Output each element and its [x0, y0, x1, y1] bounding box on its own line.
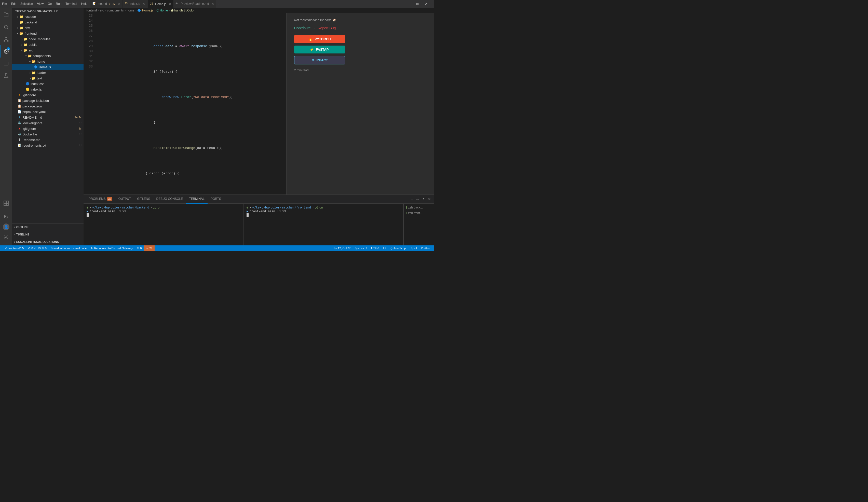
tab-debug-console[interactable]: DEBUG CONSOLE: [153, 195, 186, 203]
status-spell[interactable]: Spell: [409, 245, 419, 251]
menu-file[interactable]: File: [2, 2, 7, 6]
tab-gitlens[interactable]: GITLENS: [134, 195, 153, 203]
terminal-pane-frontend[interactable]: ⚙ › ~/text-bg-color-matcher/frontend › ⎇…: [244, 203, 403, 245]
user-avatar[interactable]: 👤: [3, 223, 9, 230]
menu-go[interactable]: Go: [48, 2, 52, 6]
tree-item-readme[interactable]: ℹ README.md 9+, M: [12, 115, 84, 120]
tab-preview-readme[interactable]: 👁 Preview Readme.md ✕: [174, 0, 216, 8]
contribute-link[interactable]: Contribute: [294, 26, 311, 30]
status-spaces[interactable]: Spaces: 2: [352, 245, 369, 251]
activity-debug[interactable]: 6: [0, 45, 12, 57]
status-warning-count[interactable]: ⚠ 29: [144, 245, 154, 251]
activity-settings[interactable]: [0, 231, 12, 243]
menu-help[interactable]: Help: [81, 2, 87, 6]
react-badge[interactable]: ⚛ REACT: [294, 56, 345, 64]
tree-item-env[interactable]: 📁 env: [12, 25, 84, 31]
terminal-pane-backend[interactable]: ⚙ › ~/text-bg-color-matcher/backend › ⎇ …: [84, 203, 244, 245]
activity-python[interactable]: Py: [0, 210, 12, 222]
tree-item-indexcss[interactable]: 🔵 index.css: [12, 81, 84, 86]
tab-indexjs[interactable]: JS index.js ✕: [123, 0, 148, 8]
activity-search[interactable]: [0, 21, 12, 33]
tab-preview-close[interactable]: ✕: [211, 2, 214, 6]
tab-homejs-close[interactable]: ✕: [169, 2, 171, 6]
tree-item-indexjs[interactable]: 🟡 index.js: [12, 86, 84, 92]
breadcrumb-home[interactable]: home: [127, 9, 134, 12]
terminal-add-button[interactable]: +: [410, 197, 414, 202]
outline-header[interactable]: OUTLINE: [12, 224, 84, 230]
tab-memd-close[interactable]: ✕: [118, 2, 120, 6]
tree-item-backend[interactable]: 📁 backend: [12, 19, 84, 25]
tree-item-dockerignore[interactable]: 🐳 .dockerignore U: [12, 120, 84, 126]
menu-terminal[interactable]: Terminal: [65, 2, 77, 6]
report-bug-link[interactable]: Report Bug: [318, 26, 336, 30]
status-sonarlint[interactable]: SonarLint focus: overall code: [49, 245, 89, 251]
breadcrumb-homejs[interactable]: 🔷 Home.js: [137, 9, 153, 12]
tree-item-components[interactable]: 📂 components: [12, 53, 84, 59]
tree-item-dockerfile[interactable]: 🐳 Dockerfile U: [12, 132, 84, 137]
menu-selection[interactable]: Selection: [20, 2, 33, 6]
tree-item-packagejson[interactable]: 📋 package.json: [12, 103, 84, 109]
status-encoding[interactable]: UTF-8: [369, 245, 381, 251]
tree-item-src[interactable]: 📂 src: [12, 48, 84, 53]
tree-item-pnpmlock[interactable]: 📄 pnpm-lock.yaml: [12, 109, 84, 115]
tree-item-loader[interactable]: 📁 loader: [12, 70, 84, 75]
session-backend[interactable]: $ zsh back...: [404, 205, 434, 210]
tree-item-gitignore2[interactable]: 🔺 .gitignore M: [12, 126, 84, 132]
status-prettier[interactable]: Prettier: [419, 245, 432, 251]
breadcrumb-components[interactable]: components: [107, 9, 124, 12]
menu-edit[interactable]: Edit: [11, 2, 16, 6]
terminal-more-button[interactable]: ···: [415, 197, 420, 202]
tree-item-gitignore[interactable]: 🔸 .gitignore: [12, 92, 84, 98]
timeline-header[interactable]: TIMELINE: [12, 232, 84, 237]
tree-item-node-modules[interactable]: 📁 node_modules: [12, 36, 84, 42]
code-editor[interactable]: 23 24 25 26 27 28 29 30 31 32 33: [84, 13, 286, 195]
tree-item-packagelock[interactable]: 📋 package-lock.json: [12, 98, 84, 103]
discord-sync-icon: ↻: [91, 247, 93, 250]
tab-output[interactable]: OUTPUT: [115, 195, 134, 203]
breadcrumb-home-class[interactable]: ⬡ Home: [156, 9, 168, 12]
tree-item-requirements[interactable]: 📝 requirements.txt U: [12, 143, 84, 148]
menu-run[interactable]: Run: [56, 2, 61, 6]
pytorch-badge[interactable]: 🔥 PYTORCH: [294, 35, 345, 43]
status-errors[interactable]: ⊘ 0 ⚠ 29 ⊗ 0: [26, 245, 49, 251]
tree-item-home[interactable]: 📂 home: [12, 59, 84, 64]
activity-test[interactable]: [0, 70, 12, 82]
activity-extensions[interactable]: [0, 197, 12, 209]
breadcrumb-src[interactable]: src: [100, 9, 104, 12]
tree-item-public[interactable]: 📁 public: [12, 42, 84, 48]
menu-view[interactable]: View: [37, 2, 43, 6]
close-window-button[interactable]: ✕: [423, 1, 430, 6]
tab-indexjs-close[interactable]: ✕: [143, 2, 145, 6]
tree-item-frontend[interactable]: 📂 frontend: [12, 31, 84, 36]
tree-item-readmemd[interactable]: ℹ Readme.md: [12, 137, 84, 143]
status-branch[interactable]: ⎇ front-end* ↻: [2, 245, 26, 251]
tree-item-vscode[interactable]: 📁 .vscode: [12, 14, 84, 19]
terminal-collapse-button[interactable]: ∧: [421, 197, 426, 202]
breadcrumb-frontend[interactable]: frontend: [85, 9, 97, 12]
breadcrumb-handlebgcolo[interactable]: ⬟ handleBgColo: [171, 9, 194, 12]
status-cursor[interactable]: Ln 12, Col 77: [332, 245, 352, 251]
terminal-close-button[interactable]: ✕: [427, 197, 432, 202]
sonarlint-header[interactable]: SONARLINT ISSUE LOCATIONS: [12, 239, 84, 244]
status-eol[interactable]: LF: [381, 245, 389, 251]
tree-item-homejs[interactable]: 🔷 Home.js: [12, 64, 84, 70]
activity-remote[interactable]: [0, 57, 12, 70]
tabs-overflow-button[interactable]: ···: [216, 2, 222, 6]
tab-problems[interactable]: PROBLEMS 35: [85, 195, 115, 203]
status-discord-count[interactable]: ⊘ 0: [135, 245, 144, 251]
tab-terminal[interactable]: TERMINAL: [186, 195, 208, 203]
tab-ports[interactable]: PORTS: [208, 195, 224, 203]
activity-explorer[interactable]: [0, 9, 12, 21]
python-icon: Py: [4, 215, 8, 218]
tab-homejs[interactable]: JS Home.js ✕: [148, 0, 174, 8]
status-discord[interactable]: ↻ Reconnect to Discord Gateway: [89, 245, 135, 251]
status-language[interactable]: {} JavaScript: [389, 245, 409, 251]
breadcrumb: frontend › src › components › home › 🔷 H…: [84, 8, 434, 13]
session-frontend[interactable]: $ zsh front...: [404, 210, 434, 216]
layout-button[interactable]: ⊞: [415, 1, 421, 6]
tree-item-text[interactable]: 📁 text: [12, 75, 84, 81]
activity-git[interactable]: [0, 33, 12, 45]
fastapi-badge[interactable]: ⚡ FASTAPI: [294, 45, 345, 53]
node-modules-name: node_modules: [29, 37, 84, 41]
tab-memd[interactable]: 📝 me.md 9+, M ✕: [90, 0, 123, 8]
